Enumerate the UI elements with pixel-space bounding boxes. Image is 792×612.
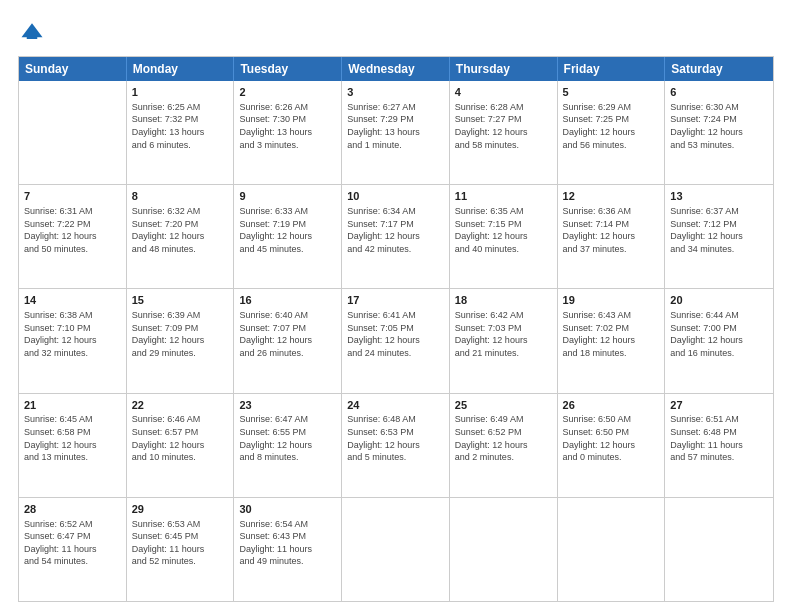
logo [18,18,50,46]
calendar-cell: 23Sunrise: 6:47 AM Sunset: 6:55 PM Dayli… [234,394,342,497]
cell-info: Sunrise: 6:31 AM Sunset: 7:22 PM Dayligh… [24,205,121,255]
cell-info: Sunrise: 6:39 AM Sunset: 7:09 PM Dayligh… [132,309,229,359]
calendar-cell: 15Sunrise: 6:39 AM Sunset: 7:09 PM Dayli… [127,289,235,392]
calendar-cell: 10Sunrise: 6:34 AM Sunset: 7:17 PM Dayli… [342,185,450,288]
calendar-cell: 8Sunrise: 6:32 AM Sunset: 7:20 PM Daylig… [127,185,235,288]
cell-info: Sunrise: 6:43 AM Sunset: 7:02 PM Dayligh… [563,309,660,359]
day-number: 12 [563,189,660,204]
page: SundayMondayTuesdayWednesdayThursdayFrid… [0,0,792,612]
calendar-cell [665,498,773,601]
calendar-body: 1Sunrise: 6:25 AM Sunset: 7:32 PM Daylig… [19,81,773,601]
cell-info: Sunrise: 6:38 AM Sunset: 7:10 PM Dayligh… [24,309,121,359]
calendar-header-cell: Monday [127,57,235,81]
day-number: 6 [670,85,768,100]
calendar-cell: 27Sunrise: 6:51 AM Sunset: 6:48 PM Dayli… [665,394,773,497]
cell-info: Sunrise: 6:41 AM Sunset: 7:05 PM Dayligh… [347,309,444,359]
calendar-header-row: SundayMondayTuesdayWednesdayThursdayFrid… [19,57,773,81]
calendar-cell [558,498,666,601]
calendar-row: 1Sunrise: 6:25 AM Sunset: 7:32 PM Daylig… [19,81,773,184]
day-number: 17 [347,293,444,308]
day-number: 19 [563,293,660,308]
calendar-header-cell: Friday [558,57,666,81]
cell-info: Sunrise: 6:49 AM Sunset: 6:52 PM Dayligh… [455,413,552,463]
calendar-header-cell: Saturday [665,57,773,81]
day-number: 23 [239,398,336,413]
calendar-cell: 22Sunrise: 6:46 AM Sunset: 6:57 PM Dayli… [127,394,235,497]
day-number: 2 [239,85,336,100]
day-number: 3 [347,85,444,100]
cell-info: Sunrise: 6:34 AM Sunset: 7:17 PM Dayligh… [347,205,444,255]
calendar-header-cell: Wednesday [342,57,450,81]
cell-info: Sunrise: 6:54 AM Sunset: 6:43 PM Dayligh… [239,518,336,568]
header [18,18,774,46]
day-number: 30 [239,502,336,517]
cell-info: Sunrise: 6:26 AM Sunset: 7:30 PM Dayligh… [239,101,336,151]
calendar-cell: 21Sunrise: 6:45 AM Sunset: 6:58 PM Dayli… [19,394,127,497]
logo-icon [18,18,46,46]
day-number: 26 [563,398,660,413]
cell-info: Sunrise: 6:42 AM Sunset: 7:03 PM Dayligh… [455,309,552,359]
cell-info: Sunrise: 6:35 AM Sunset: 7:15 PM Dayligh… [455,205,552,255]
day-number: 25 [455,398,552,413]
day-number: 7 [24,189,121,204]
cell-info: Sunrise: 6:33 AM Sunset: 7:19 PM Dayligh… [239,205,336,255]
day-number: 22 [132,398,229,413]
cell-info: Sunrise: 6:44 AM Sunset: 7:00 PM Dayligh… [670,309,768,359]
cell-info: Sunrise: 6:48 AM Sunset: 6:53 PM Dayligh… [347,413,444,463]
calendar-cell: 29Sunrise: 6:53 AM Sunset: 6:45 PM Dayli… [127,498,235,601]
day-number: 13 [670,189,768,204]
day-number: 18 [455,293,552,308]
calendar-cell: 7Sunrise: 6:31 AM Sunset: 7:22 PM Daylig… [19,185,127,288]
day-number: 24 [347,398,444,413]
cell-info: Sunrise: 6:53 AM Sunset: 6:45 PM Dayligh… [132,518,229,568]
day-number: 8 [132,189,229,204]
calendar-cell: 17Sunrise: 6:41 AM Sunset: 7:05 PM Dayli… [342,289,450,392]
calendar-cell: 12Sunrise: 6:36 AM Sunset: 7:14 PM Dayli… [558,185,666,288]
cell-info: Sunrise: 6:46 AM Sunset: 6:57 PM Dayligh… [132,413,229,463]
day-number: 4 [455,85,552,100]
calendar-cell: 26Sunrise: 6:50 AM Sunset: 6:50 PM Dayli… [558,394,666,497]
cell-info: Sunrise: 6:37 AM Sunset: 7:12 PM Dayligh… [670,205,768,255]
calendar-cell [19,81,127,184]
cell-info: Sunrise: 6:50 AM Sunset: 6:50 PM Dayligh… [563,413,660,463]
day-number: 28 [24,502,121,517]
calendar-cell: 30Sunrise: 6:54 AM Sunset: 6:43 PM Dayli… [234,498,342,601]
day-number: 20 [670,293,768,308]
calendar-cell: 3Sunrise: 6:27 AM Sunset: 7:29 PM Daylig… [342,81,450,184]
cell-info: Sunrise: 6:45 AM Sunset: 6:58 PM Dayligh… [24,413,121,463]
calendar-cell: 13Sunrise: 6:37 AM Sunset: 7:12 PM Dayli… [665,185,773,288]
calendar-cell: 9Sunrise: 6:33 AM Sunset: 7:19 PM Daylig… [234,185,342,288]
calendar-cell: 24Sunrise: 6:48 AM Sunset: 6:53 PM Dayli… [342,394,450,497]
calendar-cell [342,498,450,601]
cell-info: Sunrise: 6:30 AM Sunset: 7:24 PM Dayligh… [670,101,768,151]
cell-info: Sunrise: 6:27 AM Sunset: 7:29 PM Dayligh… [347,101,444,151]
calendar-row: 28Sunrise: 6:52 AM Sunset: 6:47 PM Dayli… [19,497,773,601]
day-number: 14 [24,293,121,308]
calendar-cell: 19Sunrise: 6:43 AM Sunset: 7:02 PM Dayli… [558,289,666,392]
calendar-cell: 14Sunrise: 6:38 AM Sunset: 7:10 PM Dayli… [19,289,127,392]
day-number: 10 [347,189,444,204]
day-number: 27 [670,398,768,413]
calendar-cell: 25Sunrise: 6:49 AM Sunset: 6:52 PM Dayli… [450,394,558,497]
calendar-cell: 11Sunrise: 6:35 AM Sunset: 7:15 PM Dayli… [450,185,558,288]
day-number: 5 [563,85,660,100]
cell-info: Sunrise: 6:40 AM Sunset: 7:07 PM Dayligh… [239,309,336,359]
cell-info: Sunrise: 6:47 AM Sunset: 6:55 PM Dayligh… [239,413,336,463]
cell-info: Sunrise: 6:28 AM Sunset: 7:27 PM Dayligh… [455,101,552,151]
calendar-cell: 1Sunrise: 6:25 AM Sunset: 7:32 PM Daylig… [127,81,235,184]
day-number: 21 [24,398,121,413]
calendar-row: 14Sunrise: 6:38 AM Sunset: 7:10 PM Dayli… [19,288,773,392]
cell-info: Sunrise: 6:29 AM Sunset: 7:25 PM Dayligh… [563,101,660,151]
svg-rect-2 [27,32,38,39]
calendar-header-cell: Sunday [19,57,127,81]
cell-info: Sunrise: 6:36 AM Sunset: 7:14 PM Dayligh… [563,205,660,255]
day-number: 1 [132,85,229,100]
calendar: SundayMondayTuesdayWednesdayThursdayFrid… [18,56,774,602]
day-number: 15 [132,293,229,308]
calendar-cell: 20Sunrise: 6:44 AM Sunset: 7:00 PM Dayli… [665,289,773,392]
day-number: 29 [132,502,229,517]
day-number: 11 [455,189,552,204]
calendar-cell: 5Sunrise: 6:29 AM Sunset: 7:25 PM Daylig… [558,81,666,184]
calendar-header-cell: Thursday [450,57,558,81]
calendar-cell: 28Sunrise: 6:52 AM Sunset: 6:47 PM Dayli… [19,498,127,601]
